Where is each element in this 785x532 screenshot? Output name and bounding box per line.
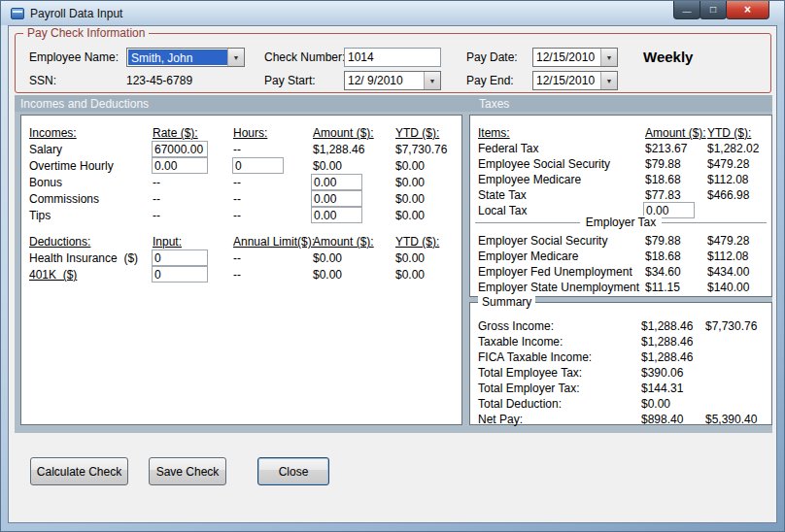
minimize-icon: — [683,7,692,17]
employee-name-select[interactable]: Smith, John ▼ [126,48,245,67]
tax-item: Federal Tax [478,142,538,155]
summary-label: FICA Taxable Income: [478,350,592,364]
check-number-input[interactable] [344,48,441,67]
app-icon [11,8,24,19]
summary-row-fica: FICA Taxable Income: $1,288.46 [470,349,771,366]
tax-ytd: $1,282.02 [707,142,759,155]
tax-ytd: $112.08 [707,173,749,186]
401k-link[interactable]: 401K ($) [29,268,77,282]
salary-rate-input[interactable] [152,141,208,157]
income-amount: $0.00 [313,159,342,173]
income-amount: $1,288.46 [313,143,364,156]
tax-row-emp-ss: Employee Social Security $79.88 $479.28 [470,156,771,173]
summary-amount: $144.31 [641,382,683,395]
calculate-check-button[interactable]: Calculate Check [30,457,128,485]
incomes-deductions-panel: Incomes: Rate ($): Hours: Amount ($): YT… [20,115,462,425]
income-row-tips: Tips -- -- $0.00 [21,208,461,224]
chevron-down-icon[interactable]: ▼ [600,49,617,66]
health-insurance-input[interactable] [152,249,208,266]
income-ytd: $0.00 [395,209,425,222]
summary-label: Gross Income: [478,319,554,333]
chevron-down-icon[interactable]: ▼ [424,72,440,89]
ssn-value: 123-45-6789 [126,74,192,88]
income-name: Salary [29,143,62,156]
summary-amount: $0.00 [641,397,670,411]
tax-ytd: $466.98 [707,188,749,202]
overtime-rate-input[interactable] [152,157,208,174]
summary-label: Taxable Income: [478,335,563,349]
tax-row-employer-ss: Employer Social Security $79.88 $479.28 [470,233,771,249]
col-header-input: Input: [153,235,182,249]
pay-start-select[interactable]: 12/ 9/2010 ▼ [344,71,441,90]
pay-end-select[interactable]: 12/15/2010 ▼ [532,71,618,90]
col-header-ytd: YTD ($): [707,126,751,140]
tax-row-employer-medicare: Employer Medicare $18.68 $112.08 [470,249,771,265]
deduction-row-401k: 401K ($) -- $0.00 $0.00 [21,267,461,283]
incomes-header-row: Incomes: Rate ($): Hours: Amount ($): YT… [21,125,461,142]
employee-name-value: Smith, John [128,50,227,65]
summary-row-total-employee-tax: Total Employee Tax: $390.06 [470,365,771,382]
tax-row-employer-state-unemp: Employer State Unemployment $11.15 $140.… [470,280,771,296]
tax-row-employer-fed-unemp: Employer Fed Unemployment $34.60 $434.00 [470,264,771,281]
window-title: Payroll Data Input [30,7,122,20]
pay-end-label: Pay End: [466,74,514,88]
summary-amount: $390.06 [641,366,683,380]
income-hours: -- [233,192,241,206]
tax-ytd: $479.28 [707,234,749,248]
col-header-amount: Amount ($): [313,235,374,249]
summary-amount: $1,288.46 [641,319,693,333]
income-name: Bonus [29,176,62,189]
tax-amount: $18.68 [645,249,681,263]
deduction-amount: $0.00 [313,251,342,265]
pay-frequency-label: Weekly [643,49,693,65]
chevron-down-icon[interactable]: ▼ [600,72,617,89]
deductions-header-row: Deductions: Input: Annual Limit($): Amou… [21,234,461,250]
deduction-ytd: $0.00 [395,268,425,282]
income-ytd: $0.00 [395,176,425,189]
tax-amount: $34.60 [645,265,681,279]
deduction-ytd: $0.00 [395,251,425,265]
income-row-bonus: Bonus -- -- $0.00 [21,175,461,191]
maximize-button[interactable]: □ [700,1,727,19]
summary-row-net-pay: Net Pay: $898.40 $5,390.40 [470,412,771,428]
close-window-button[interactable]: × [726,1,769,19]
income-rate: -- [153,209,160,222]
tax-amount: $79.88 [645,234,681,248]
deduction-name: Health Insurance ($) [29,251,138,265]
tax-amount: $79.88 [645,157,681,171]
deduction-amount: $0.00 [313,268,342,282]
summary-label: Total Employee Tax: [478,366,582,380]
col-header-incomes: Incomes: [29,126,77,140]
minimize-button[interactable]: — [673,1,700,19]
tax-amount: $77.83 [645,188,681,202]
ssn-label: SSN: [29,74,56,88]
pay-date-label: Pay Date: [466,50,518,65]
bonus-amount-input[interactable] [311,174,362,190]
tax-ytd: $479.28 [707,157,749,171]
overtime-hours-input[interactable] [232,157,284,174]
taxes-panel: Items: Amount ($): YTD ($): Federal Tax … [469,115,772,297]
401k-input[interactable] [152,266,208,283]
tips-amount-input[interactable] [311,207,362,223]
tax-ytd: $112.08 [707,249,749,263]
summary-amount: $1,288.46 [641,335,693,349]
tax-amount: $18.68 [645,173,681,186]
chevron-down-icon[interactable]: ▼ [227,49,244,66]
save-check-button[interactable]: Save Check [149,457,226,485]
summary-panel: Summary Gross Income: $1,288.46 $7,730.7… [469,302,772,425]
income-ytd: $0.00 [395,192,425,206]
income-hours: -- [233,209,241,222]
pay-date-select[interactable]: 12/15/2010 ▼ [532,48,618,67]
deduction-limit: -- [233,268,241,282]
pay-date-value: 12/15/2010 [533,49,600,66]
deduction-row-health: Health Insurance ($) -- $0.00 $0.00 [21,250,461,267]
summary-ytd: $5,390.40 [705,413,757,426]
tax-amount: $11.15 [645,281,680,294]
summary-amount: $1,288.46 [641,350,693,364]
commissions-amount-input[interactable] [311,190,362,207]
pay-end-value: 12/15/2010 [533,72,600,89]
tax-item: State Tax [478,188,527,202]
titlebar[interactable]: Payroll Data Input [1,1,784,25]
close-button[interactable]: Close [257,457,329,485]
taxes-header-row: Items: Amount ($): YTD ($): [470,125,771,142]
